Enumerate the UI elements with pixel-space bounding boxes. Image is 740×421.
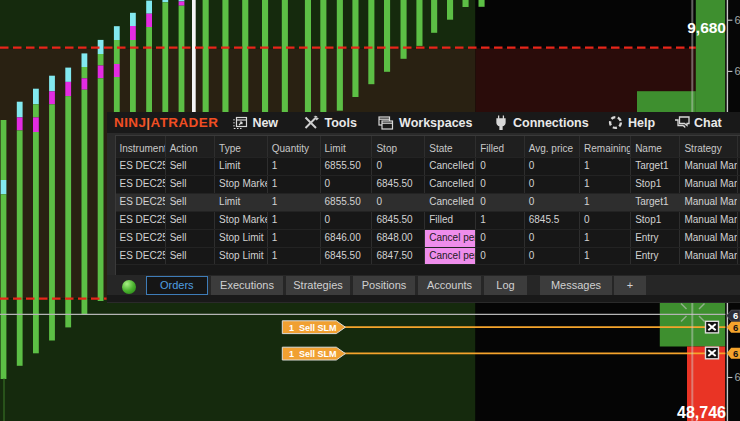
svg-text:6: 6 bbox=[735, 371, 740, 383]
svg-text:Sell SLM: Sell SLM bbox=[299, 349, 337, 359]
svg-text:Sell SLM: Sell SLM bbox=[299, 323, 337, 333]
svg-text:6: 6 bbox=[735, 65, 740, 77]
svg-text:6: 6 bbox=[733, 322, 738, 333]
svg-text:6: 6 bbox=[733, 348, 738, 359]
svg-text:6: 6 bbox=[733, 310, 738, 321]
svg-text:6: 6 bbox=[735, 14, 740, 26]
svg-text:1: 1 bbox=[289, 323, 294, 333]
svg-text:1: 1 bbox=[289, 349, 294, 359]
